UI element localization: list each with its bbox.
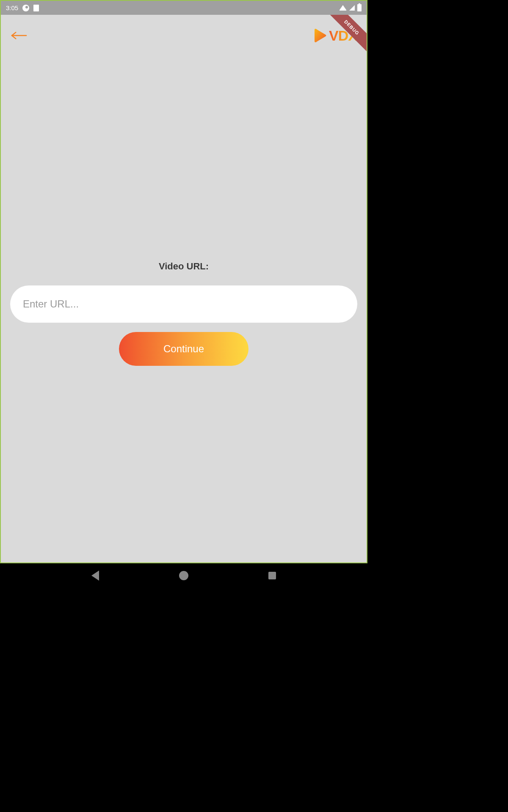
nav-home-button[interactable] [177,569,190,582]
app-content: DEBUG [1,15,367,562]
back-arrow-icon [11,31,27,40]
nav-recent-icon [268,572,276,579]
continue-button[interactable]: Continue [119,332,248,366]
url-label: Video URL: [159,261,209,272]
status-time: 3:05 [6,4,18,11]
status-bar-left: 3:05 [6,4,39,11]
battery-icon [357,4,362,11]
url-form: Video URL: Continue [1,261,367,366]
nav-home-icon [179,571,188,580]
nav-recent-button[interactable] [265,569,279,582]
sd-card-icon [33,5,39,11]
nav-back-icon [91,571,99,581]
device-frame: 3:05 DEBUG [0,0,367,563]
nav-back-button[interactable] [88,569,102,582]
play-logo-icon [314,28,327,43]
back-button[interactable] [10,27,28,44]
top-bar: VDX [1,15,367,44]
status-bar: 3:05 [1,1,367,15]
status-bar-right [339,4,362,11]
signal-icon [349,5,355,11]
wifi-icon [339,5,347,11]
profile-status-icon [22,5,29,11]
url-input[interactable] [10,285,357,323]
android-nav-bar [0,563,367,587]
